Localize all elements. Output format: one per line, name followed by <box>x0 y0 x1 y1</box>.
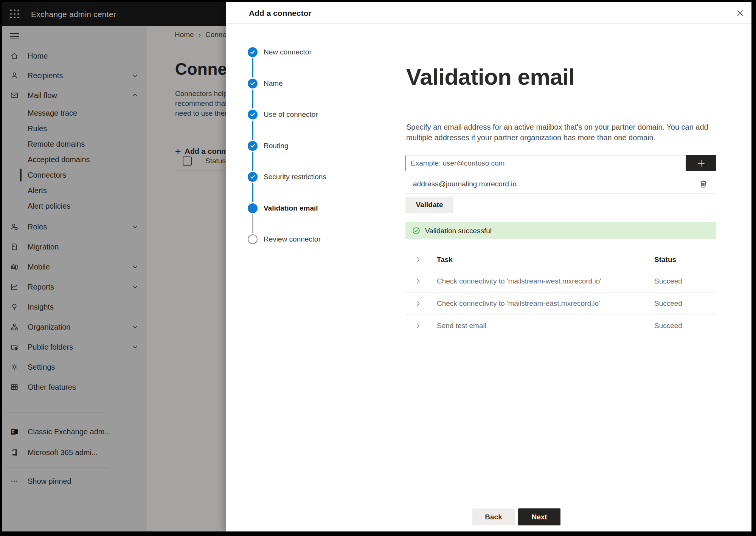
expand-all-chevron-icon[interactable] <box>414 256 422 264</box>
divider <box>405 193 716 194</box>
delete-address-icon[interactable] <box>699 179 709 189</box>
task-cell: Check connectivity to 'mailstream-west.m… <box>430 277 654 285</box>
address-email: address@journaling.mxrecord.io <box>413 180 517 188</box>
validate-button[interactable]: Validate <box>405 197 453 213</box>
table-row: Send test emailSucceed <box>405 315 716 337</box>
status-cell: Succeed <box>654 322 716 330</box>
step-label: Name <box>264 79 283 88</box>
expand-row-chevron-icon[interactable] <box>414 299 422 308</box>
table-row: Check connectivity to 'mailstream-west.m… <box>405 270 716 293</box>
table-row: Check connectivity to 'mailstream-east.m… <box>405 293 716 315</box>
add-address-button[interactable] <box>686 155 716 171</box>
step-connector-line <box>252 121 253 140</box>
step-complete-icon <box>248 79 258 88</box>
step-connector-line <box>252 58 253 77</box>
wizard-step-name[interactable]: Name <box>226 78 380 89</box>
step-connector-line <box>252 183 253 202</box>
panel-footer: Back Next <box>226 501 751 531</box>
exchange-admin-app: Exchange admin center HomeRecipientsMail… <box>2 2 751 531</box>
table-header-row: TaskStatus <box>405 249 716 270</box>
task-cell: Check connectivity to 'mailstream-east.m… <box>430 299 654 308</box>
step-complete-icon <box>248 110 258 119</box>
step-complete-icon <box>248 141 258 151</box>
step-label: Use of connector <box>264 110 318 119</box>
validation-success-banner: Validation successful <box>405 222 716 239</box>
step-connector-line <box>252 214 253 234</box>
wizard-step-review-connector[interactable]: Review connector <box>226 234 380 245</box>
wizard-step-routing[interactable]: Routing <box>226 140 380 152</box>
task-cell: Send test email <box>430 322 654 330</box>
expand-row-chevron-icon[interactable] <box>414 322 422 330</box>
plus-icon <box>696 158 706 168</box>
status-column-header: Status <box>654 256 716 264</box>
banner-text: Validation successful <box>425 227 492 235</box>
status-cell: Succeed <box>654 277 716 285</box>
step-label: New connector <box>264 48 312 56</box>
step-label: Routing <box>264 142 289 150</box>
step-current-icon <box>248 203 258 213</box>
step-pending-icon <box>248 234 258 244</box>
page-title: Validation email <box>406 64 575 90</box>
add-connector-panel: Add a connector New connectorNameUse of … <box>226 2 751 531</box>
step-label: Validation email <box>264 204 318 212</box>
panel-content: Validation email Specify an email addres… <box>380 24 751 501</box>
step-complete-icon <box>248 172 258 182</box>
wizard-step-validation-email[interactable]: Validation email <box>226 203 380 214</box>
wizard-step-security-restrictions[interactable]: Security restrictions <box>226 171 380 183</box>
success-check-icon <box>412 227 420 235</box>
panel-header: Add a connector <box>226 2 751 24</box>
step-label: Review connector <box>264 235 321 243</box>
panel-title: Add a connector <box>249 2 312 24</box>
status-cell: Succeed <box>654 299 716 308</box>
wizard-step-use-of-connector[interactable]: Use of connector <box>226 109 380 120</box>
validation-tasks-table: TaskStatusCheck connectivity to 'mailstr… <box>405 249 716 337</box>
address-list-item: address@journaling.mxrecord.io <box>405 176 716 193</box>
email-address-input[interactable] <box>405 155 685 171</box>
next-button[interactable]: Next <box>518 508 560 525</box>
wizard-steps-nav: New connectorNameUse of connectorRouting… <box>226 24 380 531</box>
page-description: Specify an email address for an active m… <box>406 122 708 143</box>
task-column-header: Task <box>430 256 654 264</box>
close-icon[interactable] <box>736 9 745 18</box>
wizard-step-new-connector[interactable]: New connector <box>226 46 380 58</box>
expand-row-chevron-icon[interactable] <box>414 277 422 285</box>
step-connector-line <box>252 152 253 171</box>
back-button[interactable]: Back <box>472 508 515 525</box>
step-complete-icon <box>248 47 258 57</box>
step-connector-line <box>252 90 253 109</box>
step-label: Security restrictions <box>264 173 326 181</box>
